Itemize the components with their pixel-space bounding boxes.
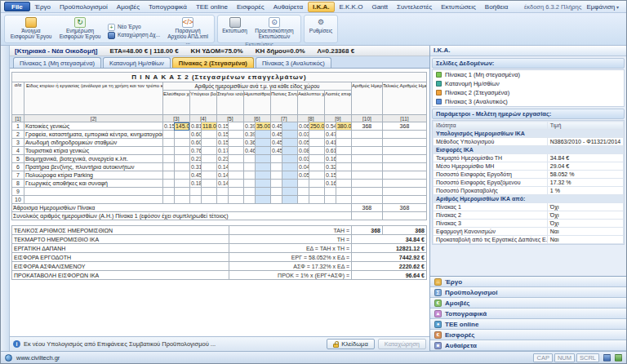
area-cell[interactable]: 145.00 xyxy=(174,122,189,131)
area-cell[interactable] xyxy=(255,147,270,155)
area-cell[interactable] xyxy=(282,188,297,196)
area-cell[interactable] xyxy=(255,139,270,147)
param-value[interactable]: 1 % xyxy=(547,187,623,195)
area-cell[interactable] xyxy=(201,131,216,139)
param-value[interactable]: 17.32 % xyxy=(547,179,623,187)
area-cell[interactable] xyxy=(309,131,324,139)
area-cell[interactable] xyxy=(201,171,216,180)
area-cell[interactable] xyxy=(255,196,270,204)
open-contributions-button[interactable]: Άνοιγμα Εισφορών Έργου xyxy=(7,16,55,46)
area-cell[interactable] xyxy=(228,180,243,188)
area-cell[interactable] xyxy=(174,196,189,204)
commit-button[interactable]: Καταχώρηση xyxy=(378,339,426,349)
area-cell[interactable] xyxy=(255,180,270,188)
nav-Αυθαίρετα[interactable]: ■Αυθαίρετα xyxy=(430,340,626,351)
area-cell[interactable] xyxy=(336,196,351,204)
area-cell[interactable] xyxy=(228,155,243,163)
param-value[interactable]: Ν3863/2010 - Φ11321/2014 xyxy=(547,138,623,146)
area-cell[interactable] xyxy=(255,131,270,139)
print-preview-button[interactable]: ⊙Προεπισκόπηση Εκτυπώσεων xyxy=(251,16,298,41)
area-cell[interactable] xyxy=(309,147,324,155)
area-cell[interactable] xyxy=(282,180,297,188)
menu-item-Ε.Κ.Κ.Ο[interactable]: Ε.Κ.Κ.Ο xyxy=(336,2,367,11)
nav-Αμοιβές[interactable]: €Αμοιβές xyxy=(430,298,626,309)
area-cell[interactable] xyxy=(309,171,324,180)
collapsed-side-panel[interactable] xyxy=(1,46,10,351)
area-cell[interactable] xyxy=(309,139,324,147)
menu-item-Αυθαίρετα[interactable]: Αυθαίρετα xyxy=(269,2,307,11)
menu-item-Τοπογραφικά[interactable]: Τοπογραφικά xyxy=(145,2,191,11)
area-cell[interactable] xyxy=(282,163,297,171)
store-data-button[interactable]: Καταχώρηση Δχ... xyxy=(105,32,162,39)
settings-button[interactable]: ⚙Ρυθμίσεις xyxy=(307,16,335,41)
area-cell[interactable] xyxy=(201,180,216,188)
param-value[interactable]: 34.84 € xyxy=(547,154,623,162)
area-cell[interactable] xyxy=(309,180,324,188)
area-cell[interactable] xyxy=(336,188,351,196)
area-cell[interactable] xyxy=(174,131,189,139)
area-cell[interactable] xyxy=(309,196,324,204)
area-cell[interactable] xyxy=(228,139,243,147)
param-value[interactable]: Ναι xyxy=(547,236,623,244)
menu-item-Συντελεστές[interactable]: Συντελεστές xyxy=(393,2,436,11)
area-cell[interactable] xyxy=(174,163,189,171)
area-cell[interactable] xyxy=(336,131,351,139)
area-cell[interactable] xyxy=(174,180,189,188)
new-project-button[interactable]: +Νέο Έργο xyxy=(105,24,162,31)
tab-3[interactable]: Πίνακας 2 (Στεγασμένα) xyxy=(172,57,254,68)
param-value[interactable]: Όχι xyxy=(547,211,623,220)
menu-item-Προϋπολογισμοί[interactable]: Προϋπολογισμοί xyxy=(56,2,112,11)
area-cell[interactable]: 250.00 xyxy=(309,122,324,131)
area-cell[interactable] xyxy=(255,188,270,196)
area-cell[interactable] xyxy=(201,139,216,147)
menu-item-Gantt[interactable]: Gantt xyxy=(367,2,392,11)
area-cell[interactable] xyxy=(336,147,351,155)
area-cell[interactable] xyxy=(282,171,297,180)
menu-item-Ι.Κ.Α.[interactable]: Ι.Κ.Α. xyxy=(308,2,334,12)
nav-Τοπογραφικά[interactable]: ▲Τοπογραφικά xyxy=(430,309,626,319)
area-cell[interactable] xyxy=(282,131,297,139)
menu-item-Εκτυπώσεις[interactable]: Εκτυπώσεις xyxy=(437,2,480,11)
area-cell[interactable] xyxy=(336,163,351,171)
area-cell[interactable] xyxy=(228,122,243,131)
area-cell[interactable] xyxy=(228,196,243,204)
menu-item-Αμοιβές[interactable]: Αμοιβές xyxy=(113,2,144,11)
area-cell[interactable] xyxy=(309,163,324,171)
area-cell[interactable] xyxy=(336,155,351,163)
area-cell[interactable] xyxy=(255,163,270,171)
website-link[interactable]: www.civiltech.gr xyxy=(16,354,60,362)
param-section-header[interactable]: Υπολογισμός Ημερομισθίων ΙΚΑ xyxy=(434,130,624,138)
area-cell[interactable] xyxy=(228,163,243,171)
area-cell[interactable] xyxy=(174,147,189,155)
area-cell[interactable] xyxy=(282,196,297,204)
tab-1[interactable]: Πίνακας 1 (Μη στεγασμένα) xyxy=(13,57,101,68)
param-section-header[interactable]: Αριθμός Ημερομισθίων ΙΚΑ από: xyxy=(434,195,624,203)
nav-ΤΕΕ online[interactable]: ●ΤΕΕ online xyxy=(430,319,626,330)
area-cell[interactable] xyxy=(282,139,297,147)
menu-item-Βοήθεια[interactable]: Βοήθεια xyxy=(481,2,513,11)
produce-xml-button[interactable]: </>Παραγωγή Αρχείου ΑΠΔ.xml ... xyxy=(164,16,211,46)
print-button[interactable]: Εκτύπωση xyxy=(220,16,249,41)
area-cell[interactable] xyxy=(282,147,297,155)
area-cell[interactable] xyxy=(282,122,297,131)
menu-item-ΤΕΕ online[interactable]: ΤΕΕ online xyxy=(192,2,232,11)
menu-item-Εισφορές[interactable]: Εισφορές xyxy=(233,2,269,11)
view-menu-button[interactable]: Εμφάνιση xyxy=(582,3,623,11)
area-cell[interactable] xyxy=(201,163,216,171)
tab-2[interactable]: Κατανομή Ημ/σθίων xyxy=(103,57,171,68)
area-cell[interactable] xyxy=(282,155,297,163)
area-cell[interactable] xyxy=(228,131,243,139)
param-value[interactable]: Όχι xyxy=(547,220,623,228)
area-cell[interactable] xyxy=(336,139,351,147)
page-item-4[interactable]: Πίνακας 3 (Αναλυτικός) xyxy=(433,97,624,106)
area-cell[interactable]: 380.00 xyxy=(336,122,351,131)
param-value[interactable]: 58.052 % xyxy=(547,171,623,179)
tab-4[interactable]: Πίνακας 3 (Αναλυτικός) xyxy=(256,57,331,68)
page-item-2[interactable]: Κατανομή Ημ/σθίων xyxy=(433,79,624,88)
nav-Έργο[interactable]: ⌂Έργο xyxy=(430,277,626,287)
area-cell[interactable] xyxy=(201,147,216,155)
area-cell[interactable] xyxy=(228,188,243,196)
area-cell[interactable] xyxy=(174,155,189,163)
area-cell[interactable] xyxy=(255,171,270,180)
param-value[interactable]: 29.04 € xyxy=(547,162,623,171)
